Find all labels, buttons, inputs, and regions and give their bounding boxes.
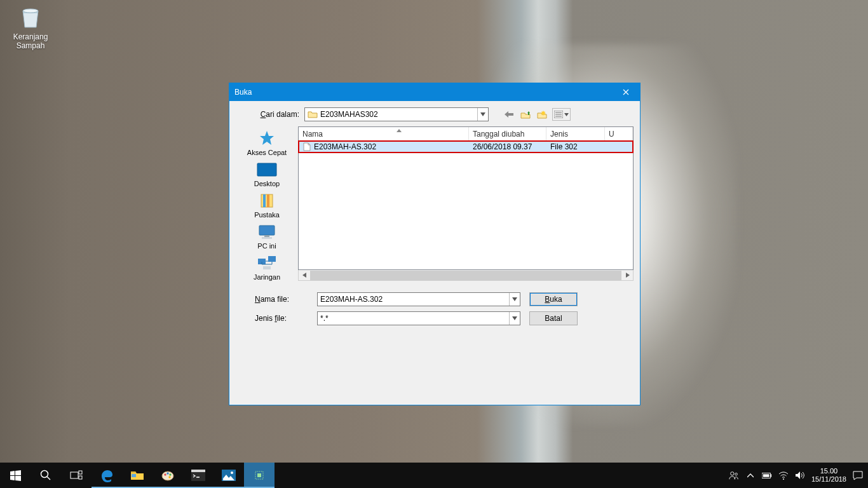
svg-point-34 bbox=[783, 478, 784, 480]
col-date[interactable]: Tanggal diubah bbox=[469, 127, 546, 140]
taskbar-edge[interactable] bbox=[92, 463, 122, 488]
folder-icon bbox=[130, 470, 144, 481]
svg-rect-7 bbox=[259, 226, 275, 235]
folder-icon bbox=[308, 109, 318, 119]
desktop: Keranjang Sampah Buka Cari dalam: E203MA… bbox=[0, 0, 868, 488]
filename-input[interactable]: E203MAH-AS.302 bbox=[317, 292, 520, 306]
scroll-thumb[interactable] bbox=[310, 271, 621, 280]
taskbar-explorer[interactable] bbox=[122, 463, 153, 488]
taskbar-cmd[interactable] bbox=[183, 463, 214, 488]
file-icon bbox=[302, 142, 311, 151]
back-button[interactable] bbox=[503, 108, 515, 121]
chevron-down-icon[interactable] bbox=[509, 312, 520, 325]
taskbar-photos[interactable] bbox=[214, 463, 244, 488]
filetype-label: Jenis file: bbox=[236, 314, 317, 323]
file-list[interactable]: Nama Tanggal diubah Jenis U E203MAH-AS.3… bbox=[298, 126, 634, 270]
svg-point-26 bbox=[231, 471, 233, 474]
windows-icon bbox=[10, 470, 21, 481]
svg-rect-15 bbox=[79, 471, 82, 474]
place-this-pc[interactable]: PC ini bbox=[238, 222, 295, 250]
date: 15/11/2018 bbox=[811, 475, 846, 484]
cell-name: E203MAH-AS.302 bbox=[299, 142, 469, 152]
search-button[interactable] bbox=[31, 463, 61, 488]
svg-rect-16 bbox=[79, 476, 82, 479]
file-row[interactable]: E203MAH-AS.302 26/06/2018 09.37 File 302 bbox=[299, 141, 633, 152]
svg-rect-14 bbox=[71, 472, 78, 478]
scroll-left-button[interactable] bbox=[299, 271, 309, 280]
views-icon bbox=[554, 111, 563, 118]
battery-icon[interactable] bbox=[762, 470, 772, 480]
svg-rect-12 bbox=[263, 266, 271, 269]
chevron-down-icon[interactable] bbox=[477, 108, 488, 121]
svg-rect-9 bbox=[262, 237, 272, 239]
cell-type: File 302 bbox=[546, 142, 605, 151]
lookin-row: Cari dalam: E203MAHAS302 bbox=[229, 101, 640, 124]
svg-rect-2 bbox=[257, 163, 276, 176]
quick-access-icon bbox=[256, 129, 278, 148]
svg-rect-17 bbox=[132, 474, 136, 477]
toolbar bbox=[503, 108, 571, 121]
people-icon[interactable] bbox=[729, 470, 739, 480]
svg-rect-32 bbox=[770, 474, 771, 477]
dialog-title: Buka bbox=[234, 88, 611, 97]
col-name[interactable]: Nama bbox=[299, 127, 469, 140]
recycle-bin-label: Keranjang Sampah bbox=[6, 32, 55, 50]
place-libraries[interactable]: Pustaka bbox=[238, 191, 295, 219]
places-bar: Akses Cepat Desktop Pustaka PC ini Jarin… bbox=[236, 126, 298, 281]
clock[interactable]: 15.00 15/11/2018 bbox=[811, 467, 846, 484]
recycle-bin[interactable]: Keranjang Sampah bbox=[6, 3, 55, 50]
taskbar[interactable]: 15.00 15/11/2018 bbox=[0, 463, 868, 488]
taskview-button[interactable] bbox=[61, 463, 92, 488]
new-folder-button[interactable] bbox=[536, 108, 548, 121]
col-type[interactable]: Jenis bbox=[546, 127, 605, 140]
taskbar-paint[interactable] bbox=[153, 463, 183, 488]
lookin-combo[interactable]: E203MAHAS302 bbox=[304, 107, 489, 121]
svg-point-29 bbox=[731, 472, 734, 475]
filetype-input[interactable]: *.* bbox=[317, 311, 520, 325]
svg-point-30 bbox=[735, 473, 738, 475]
sort-indicator bbox=[393, 127, 405, 134]
svg-rect-28 bbox=[257, 473, 261, 477]
titlebar[interactable]: Buka bbox=[229, 83, 640, 101]
desktop-icon bbox=[256, 160, 278, 179]
hscrollbar[interactable] bbox=[298, 270, 634, 281]
cpu-icon bbox=[252, 468, 266, 482]
chevron-down-icon bbox=[564, 113, 569, 116]
cmd-icon bbox=[191, 470, 205, 481]
tray-chevron-up-icon[interactable] bbox=[745, 470, 756, 480]
scroll-right-button[interactable] bbox=[622, 271, 633, 280]
col-size[interactable]: U bbox=[605, 127, 633, 140]
svg-rect-24 bbox=[191, 470, 205, 472]
close-button[interactable] bbox=[611, 83, 640, 101]
up-button[interactable] bbox=[519, 108, 532, 121]
svg-rect-5 bbox=[263, 194, 266, 207]
list-header[interactable]: Nama Tanggal diubah Jenis U bbox=[299, 127, 633, 141]
taskbar-app-active[interactable] bbox=[244, 463, 275, 488]
place-network[interactable]: Jaringan bbox=[238, 254, 295, 281]
place-quick-access[interactable]: Akses Cepat bbox=[238, 129, 295, 156]
start-button[interactable] bbox=[0, 463, 31, 488]
network-icon bbox=[256, 254, 278, 273]
recycle-bin-icon bbox=[17, 3, 44, 31]
cell-date: 26/06/2018 09.37 bbox=[469, 142, 546, 151]
photos-icon bbox=[222, 470, 236, 481]
svg-rect-8 bbox=[264, 235, 269, 237]
svg-point-13 bbox=[41, 471, 48, 478]
wifi-icon[interactable] bbox=[778, 470, 789, 480]
edge-icon bbox=[100, 468, 114, 482]
svg-point-0 bbox=[23, 9, 38, 13]
chevron-down-icon[interactable] bbox=[509, 293, 520, 306]
cancel-button[interactable]: Batal bbox=[529, 311, 578, 325]
views-button[interactable] bbox=[552, 108, 571, 121]
place-desktop[interactable]: Desktop bbox=[238, 160, 295, 187]
svg-rect-11 bbox=[268, 256, 276, 262]
volume-icon[interactable] bbox=[795, 470, 805, 480]
action-center-icon[interactable] bbox=[853, 470, 863, 480]
svg-point-19 bbox=[164, 473, 166, 475]
open-button[interactable]: Buka bbox=[529, 292, 578, 306]
time: 15.00 bbox=[811, 467, 846, 475]
svg-point-21 bbox=[169, 473, 171, 475]
search-icon bbox=[40, 470, 51, 481]
thispc-icon bbox=[256, 222, 278, 241]
svg-rect-33 bbox=[763, 474, 770, 477]
